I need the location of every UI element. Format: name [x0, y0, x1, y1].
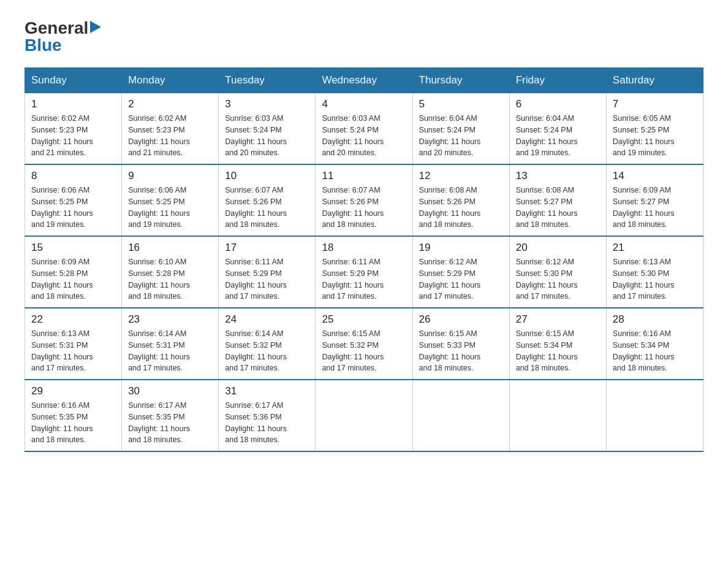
col-header-friday: Friday	[509, 68, 606, 93]
day-number: 11	[322, 170, 406, 182]
day-number: 13	[516, 170, 600, 182]
calendar-cell: 14 Sunrise: 6:09 AMSunset: 5:27 PMDaylig…	[606, 164, 703, 236]
day-info: Sunrise: 6:16 AMSunset: 5:34 PMDaylight:…	[613, 328, 697, 374]
calendar-cell: 19 Sunrise: 6:12 AMSunset: 5:29 PMDaylig…	[412, 236, 509, 308]
calendar-cell: 6 Sunrise: 6:04 AMSunset: 5:24 PMDayligh…	[509, 93, 606, 165]
calendar-cell: 21 Sunrise: 6:13 AMSunset: 5:30 PMDaylig…	[606, 236, 703, 308]
calendar-cell: 24 Sunrise: 6:14 AMSunset: 5:32 PMDaylig…	[219, 308, 316, 380]
calendar-cell: 11 Sunrise: 6:07 AMSunset: 5:26 PMDaylig…	[316, 164, 412, 236]
col-header-tuesday: Tuesday	[219, 68, 316, 93]
calendar-week-1: 1 Sunrise: 6:02 AMSunset: 5:23 PMDayligh…	[25, 93, 703, 165]
day-info: Sunrise: 6:08 AMSunset: 5:27 PMDaylight:…	[516, 185, 600, 231]
day-number: 25	[322, 313, 406, 326]
day-number: 24	[225, 313, 309, 326]
day-number: 23	[128, 313, 212, 326]
calendar-cell	[606, 380, 703, 451]
day-number: 15	[31, 242, 115, 254]
calendar-cell	[509, 380, 606, 451]
day-info: Sunrise: 6:07 AMSunset: 5:26 PMDaylight:…	[322, 185, 406, 231]
calendar-cell: 12 Sunrise: 6:08 AMSunset: 5:26 PMDaylig…	[412, 164, 509, 236]
calendar-cell: 30 Sunrise: 6:17 AMSunset: 5:35 PMDaylig…	[122, 380, 219, 451]
day-info: Sunrise: 6:07 AMSunset: 5:26 PMDaylight:…	[225, 185, 309, 231]
day-number: 18	[322, 242, 406, 254]
day-number: 22	[31, 313, 115, 326]
day-number: 21	[613, 242, 697, 254]
calendar-cell: 22 Sunrise: 6:13 AMSunset: 5:31 PMDaylig…	[25, 308, 122, 380]
calendar-cell: 31 Sunrise: 6:17 AMSunset: 5:36 PMDaylig…	[219, 380, 316, 451]
day-number: 10	[225, 170, 309, 182]
day-info: Sunrise: 6:17 AMSunset: 5:36 PMDaylight:…	[225, 400, 309, 446]
day-info: Sunrise: 6:15 AMSunset: 5:32 PMDaylight:…	[322, 328, 406, 374]
day-info: Sunrise: 6:16 AMSunset: 5:35 PMDaylight:…	[31, 400, 115, 446]
day-info: Sunrise: 6:15 AMSunset: 5:33 PMDaylight:…	[419, 328, 503, 374]
calendar-cell: 23 Sunrise: 6:14 AMSunset: 5:31 PMDaylig…	[122, 308, 219, 380]
calendar-cell: 13 Sunrise: 6:08 AMSunset: 5:27 PMDaylig…	[509, 164, 606, 236]
calendar-cell: 25 Sunrise: 6:15 AMSunset: 5:32 PMDaylig…	[316, 308, 412, 380]
calendar-week-4: 22 Sunrise: 6:13 AMSunset: 5:31 PMDaylig…	[25, 308, 703, 380]
day-number: 30	[128, 385, 212, 397]
calendar-table: SundayMondayTuesdayWednesdayThursdayFrid…	[25, 67, 703, 452]
calendar-cell	[412, 380, 509, 451]
calendar-cell: 1 Sunrise: 6:02 AMSunset: 5:23 PMDayligh…	[25, 93, 122, 165]
day-info: Sunrise: 6:15 AMSunset: 5:34 PMDaylight:…	[516, 328, 600, 374]
calendar-header-row: SundayMondayTuesdayWednesdayThursdayFrid…	[25, 68, 703, 93]
day-info: Sunrise: 6:06 AMSunset: 5:25 PMDaylight:…	[128, 185, 212, 231]
col-header-monday: Monday	[122, 68, 219, 93]
day-number: 14	[613, 170, 697, 182]
col-header-saturday: Saturday	[606, 68, 703, 93]
calendar-cell: 18 Sunrise: 6:11 AMSunset: 5:29 PMDaylig…	[316, 236, 412, 308]
calendar-cell: 2 Sunrise: 6:02 AMSunset: 5:23 PMDayligh…	[122, 93, 219, 165]
calendar-cell: 8 Sunrise: 6:06 AMSunset: 5:25 PMDayligh…	[25, 164, 122, 236]
calendar-cell: 29 Sunrise: 6:16 AMSunset: 5:35 PMDaylig…	[25, 380, 122, 451]
calendar-cell: 4 Sunrise: 6:03 AMSunset: 5:24 PMDayligh…	[316, 93, 412, 165]
day-number: 7	[613, 98, 697, 110]
day-info: Sunrise: 6:10 AMSunset: 5:28 PMDaylight:…	[128, 256, 212, 302]
day-info: Sunrise: 6:12 AMSunset: 5:29 PMDaylight:…	[419, 256, 503, 302]
day-info: Sunrise: 6:02 AMSunset: 5:23 PMDaylight:…	[128, 113, 212, 159]
day-info: Sunrise: 6:13 AMSunset: 5:30 PMDaylight:…	[613, 256, 697, 302]
day-info: Sunrise: 6:04 AMSunset: 5:24 PMDaylight:…	[419, 113, 503, 159]
day-info: Sunrise: 6:12 AMSunset: 5:30 PMDaylight:…	[516, 256, 600, 302]
day-info: Sunrise: 6:09 AMSunset: 5:27 PMDaylight:…	[613, 185, 697, 231]
day-number: 16	[128, 242, 212, 254]
day-number: 3	[225, 98, 309, 110]
day-number: 8	[31, 170, 115, 182]
day-number: 27	[516, 313, 600, 326]
day-info: Sunrise: 6:11 AMSunset: 5:29 PMDaylight:…	[225, 256, 309, 302]
col-header-thursday: Thursday	[412, 68, 509, 93]
day-info: Sunrise: 6:06 AMSunset: 5:25 PMDaylight:…	[31, 185, 115, 231]
calendar-cell: 3 Sunrise: 6:03 AMSunset: 5:24 PMDayligh…	[219, 93, 316, 165]
calendar-cell: 28 Sunrise: 6:16 AMSunset: 5:34 PMDaylig…	[606, 308, 703, 380]
calendar-cell: 26 Sunrise: 6:15 AMSunset: 5:33 PMDaylig…	[412, 308, 509, 380]
calendar-week-3: 15 Sunrise: 6:09 AMSunset: 5:28 PMDaylig…	[25, 236, 703, 308]
day-info: Sunrise: 6:08 AMSunset: 5:26 PMDaylight:…	[419, 185, 503, 231]
calendar-week-5: 29 Sunrise: 6:16 AMSunset: 5:35 PMDaylig…	[25, 380, 703, 451]
svg-marker-0	[90, 21, 101, 33]
day-number: 2	[128, 98, 212, 110]
day-number: 6	[516, 98, 600, 110]
calendar-cell: 10 Sunrise: 6:07 AMSunset: 5:26 PMDaylig…	[219, 164, 316, 236]
day-info: Sunrise: 6:14 AMSunset: 5:32 PMDaylight:…	[225, 328, 309, 374]
day-info: Sunrise: 6:03 AMSunset: 5:24 PMDaylight:…	[322, 113, 406, 159]
page-header: General Blue	[25, 18, 703, 55]
day-info: Sunrise: 6:13 AMSunset: 5:31 PMDaylight:…	[31, 328, 115, 374]
day-info: Sunrise: 6:05 AMSunset: 5:25 PMDaylight:…	[613, 113, 697, 159]
day-info: Sunrise: 6:17 AMSunset: 5:35 PMDaylight:…	[128, 400, 212, 446]
day-info: Sunrise: 6:11 AMSunset: 5:29 PMDaylight:…	[322, 256, 406, 302]
day-number: 20	[516, 242, 600, 254]
day-info: Sunrise: 6:14 AMSunset: 5:31 PMDaylight:…	[128, 328, 212, 374]
day-number: 1	[31, 98, 115, 110]
day-number: 5	[419, 98, 503, 110]
calendar-cell: 17 Sunrise: 6:11 AMSunset: 5:29 PMDaylig…	[219, 236, 316, 308]
col-header-sunday: Sunday	[25, 68, 122, 93]
calendar-cell: 9 Sunrise: 6:06 AMSunset: 5:25 PMDayligh…	[122, 164, 219, 236]
day-number: 29	[31, 385, 115, 397]
day-number: 26	[419, 313, 503, 326]
day-number: 17	[225, 242, 309, 254]
calendar-cell: 7 Sunrise: 6:05 AMSunset: 5:25 PMDayligh…	[606, 93, 703, 165]
day-info: Sunrise: 6:04 AMSunset: 5:24 PMDaylight:…	[516, 113, 600, 159]
day-number: 31	[225, 385, 309, 397]
calendar-cell	[316, 380, 412, 451]
col-header-wednesday: Wednesday	[316, 68, 412, 93]
day-number: 12	[419, 170, 503, 182]
